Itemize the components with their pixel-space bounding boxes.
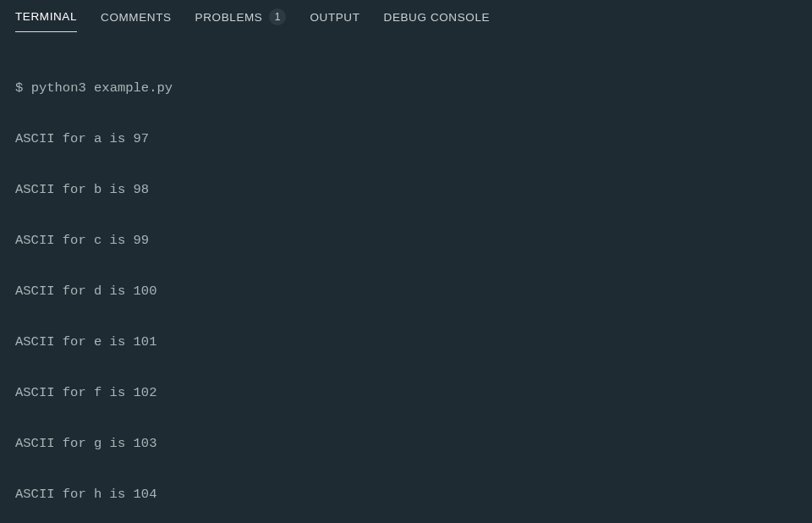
tab-output[interactable]: OUTPUT — [310, 11, 359, 32]
problems-count-badge: 1 — [269, 8, 286, 25]
tab-debug-console[interactable]: DEBUG CONSOLE — [384, 11, 491, 32]
tab-label: COMMENTS — [101, 11, 172, 24]
terminal-line: ASCII for f is 102 — [15, 384, 797, 401]
tab-label: PROBLEMS — [195, 11, 263, 24]
terminal-output[interactable]: $ python3 example.py ASCII for a is 97 A… — [0, 34, 812, 523]
prompt-symbol: $ — [15, 80, 23, 96]
panel-tab-bar: TERMINAL COMMENTS PROBLEMS 1 OUTPUT DEBU… — [0, 0, 812, 34]
terminal-line: ASCII for d is 100 — [15, 283, 797, 300]
bottom-panel: TERMINAL COMMENTS PROBLEMS 1 OUTPUT DEBU… — [0, 0, 812, 523]
tab-label: TERMINAL — [15, 10, 77, 23]
tab-terminal[interactable]: TERMINAL — [15, 10, 77, 32]
tab-problems[interactable]: PROBLEMS 1 — [195, 8, 287, 34]
terminal-command-line: $ python3 example.py — [15, 80, 797, 96]
tab-comments[interactable]: COMMENTS — [101, 11, 172, 32]
terminal-line: ASCII for g is 103 — [15, 435, 797, 452]
command-text: python3 example.py — [31, 80, 173, 96]
terminal-line: ASCII for e is 101 — [15, 333, 797, 350]
tab-label: DEBUG CONSOLE — [384, 11, 491, 24]
terminal-line: ASCII for h is 104 — [15, 486, 797, 503]
terminal-line: ASCII for b is 98 — [15, 181, 797, 198]
tab-label: OUTPUT — [310, 11, 359, 24]
terminal-line: ASCII for a is 97 — [15, 130, 797, 147]
terminal-line: ASCII for c is 99 — [15, 232, 797, 249]
